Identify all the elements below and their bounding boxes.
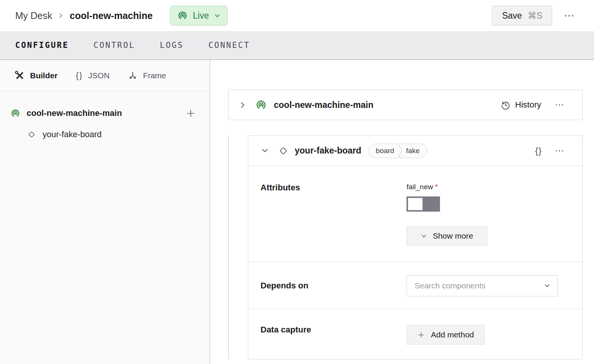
chevron-down-icon [214,13,221,19]
breadcrumb-separator-icon [58,13,64,19]
expand-machine-card-button[interactable] [239,101,246,109]
top-bar: My Desk cool-new-machine Live Save ⌘S [0,0,594,31]
view-json[interactable]: {} JSON [76,71,110,81]
show-more-button[interactable]: Show more [407,226,487,246]
view-switcher: Builder {} JSON Frame [0,60,210,91]
attributes-section: Attributes fail_new* Show more [248,166,582,262]
tab-configure[interactable]: CONFIGURE [15,41,69,50]
attributes-section-label: Attributes [260,183,407,246]
braces-icon: {} [76,71,83,81]
tab-connect[interactable]: CONNECT [208,41,250,50]
depends-on-section-label: Depends on [260,281,407,291]
history-button[interactable]: History [500,100,541,110]
attribute-field-label: fail_new* [407,183,568,191]
add-component-button[interactable] [186,108,196,119]
live-part-icon [10,108,21,119]
depends-on-section: Depends on [248,262,582,309]
machine-menu-button[interactable] [561,7,577,24]
part-children-wrap: your-fake-board board fake {} [228,135,583,359]
attribute-name: fail_new [407,183,433,191]
show-more-label: Show more [433,231,473,241]
toggle-knob [408,198,422,210]
view-json-label: JSON [88,71,110,80]
save-button[interactable]: Save ⌘S [492,6,552,25]
save-shortcut-hint: ⌘S [528,11,542,21]
breadcrumb-current: cool-new-machine [70,10,152,21]
ellipsis-icon [564,11,574,21]
attributes-fields: fail_new* Show more [407,183,568,246]
breadcrumb: My Desk cool-new-machine [15,10,152,21]
component-title: your-fake-board [295,146,361,156]
tree-connector-line [228,135,229,359]
machine-tab-bar: CONFIGURE CONTROL LOGS CONNECT [0,31,594,60]
component-menu-button[interactable] [551,142,568,159]
component-type: board [368,147,398,155]
tab-logs[interactable]: LOGS [160,41,184,50]
view-frame-label: Frame [143,71,166,80]
chevron-right-icon [239,101,246,109]
component-type-badge: board fake [368,144,427,158]
tree-item-component[interactable]: your-fake-board [0,125,210,144]
data-capture-section: Data capture Add method [248,309,582,359]
chevron-down-icon [261,147,268,154]
depends-on-select [407,275,557,296]
add-method-button[interactable]: Add method [407,325,484,345]
live-broadcast-icon [177,10,188,21]
history-button-label: History [515,100,541,110]
machine-part-card: cool-new-machine-main History [228,90,583,120]
tree-item-machine-part[interactable]: cool-new-machine-main [0,104,210,122]
view-builder-label: Builder [30,71,57,80]
live-part-icon [255,99,267,111]
component-diamond-icon [278,146,289,156]
tree-item-label: cool-new-machine-main [27,108,186,118]
add-method-label: Add method [431,330,474,339]
machine-part-title: cool-new-machine-main [274,100,500,110]
content-area: Builder {} JSON Frame [0,60,594,364]
fail-new-toggle[interactable] [407,196,440,212]
required-asterisk: * [435,183,438,191]
configure-sidebar: Builder {} JSON Frame [0,60,210,364]
configure-main-panel: cool-new-machine-main History [210,60,594,364]
frame-axes-icon [128,71,138,81]
collapse-component-card-button[interactable] [261,147,268,154]
machine-status-dropdown[interactable]: Live [170,6,227,25]
component-card-header: your-fake-board board fake {} [248,136,582,166]
view-component-json-button[interactable]: {} [535,146,542,156]
ellipsis-icon [555,146,564,155]
view-builder[interactable]: Builder [14,70,57,81]
view-frame[interactable]: Frame [128,71,166,81]
tab-control[interactable]: CONTROL [94,41,135,50]
tree-item-label: your-fake-board [43,130,102,139]
machine-part-tree: cool-new-machine-main your-fake-board [0,91,210,144]
save-button-label: Save [502,11,522,21]
tools-icon [14,70,25,81]
component-card: your-fake-board board fake {} [248,135,583,359]
plus-icon [417,331,425,339]
machine-status-label: Live [193,11,209,21]
machine-part-menu-button[interactable] [551,97,568,113]
component-model: fake [402,147,427,155]
history-clock-icon [500,100,511,110]
badge-divider-icon [398,144,402,158]
breadcrumb-parent[interactable]: My Desk [15,10,52,21]
ellipsis-icon [555,100,564,109]
search-components-input[interactable] [407,275,557,296]
component-diamond-icon [27,130,36,139]
chevron-down-icon [421,233,427,239]
data-capture-section-label: Data capture [260,325,407,345]
